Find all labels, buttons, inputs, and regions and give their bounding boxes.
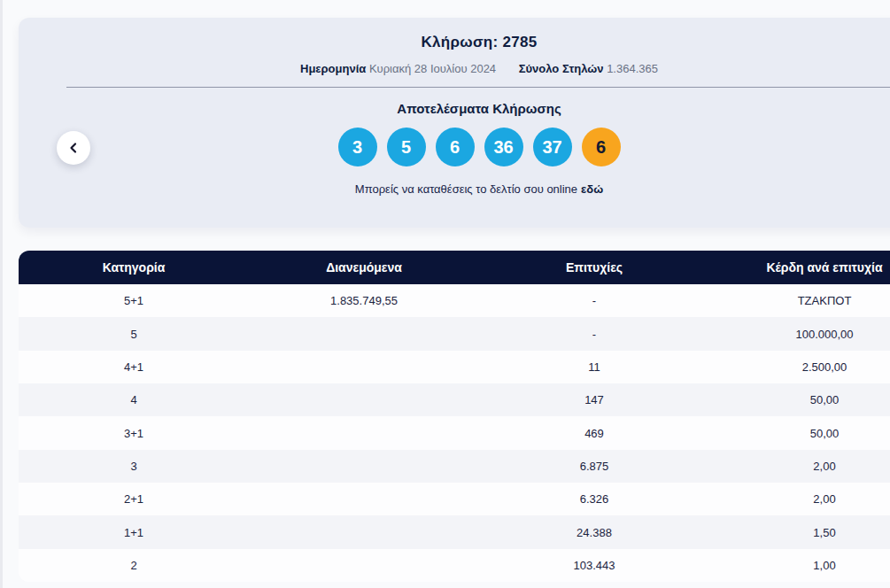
- prev-draw-button[interactable]: [57, 131, 90, 165]
- table-cell: 1.835.749,55: [249, 294, 479, 307]
- winning-number-ball: 5: [387, 128, 426, 166]
- table-cell: 2,00: [709, 492, 890, 506]
- table-cell: 1,00: [709, 559, 890, 572]
- column-header: Κέρδη ανά επιτυχία: [709, 260, 890, 275]
- table-cell: 103.443: [479, 559, 709, 572]
- date-label: Ημερομηνία: [300, 62, 366, 75]
- table-row: 5+11.835.749,55-ΤΖΑΚΠΟΤ: [19, 284, 890, 317]
- table-header-row: ΚατηγορίαΔιανεμόμεναΕπιτυχίεςΚέρδη ανά ε…: [19, 251, 890, 284]
- table-cell: 2,00: [709, 460, 890, 473]
- online-text-body: Μπορείς να καταθέσεις το δελτίο σου onli…: [355, 182, 577, 196]
- draw-meta: Ημερομηνία Κυριακή 28 Ιουλίου 2024 Σύνολ…: [19, 62, 890, 75]
- table-row: 1+124.3881,50: [19, 515, 890, 548]
- results-title: Αποτελέσματα Κλήρωσης: [19, 101, 890, 116]
- online-deposit-text: Μπορείς να καταθέσεις το δελτίο σου onli…: [19, 182, 890, 196]
- table-cell: 50,00: [709, 393, 890, 406]
- online-here-link[interactable]: εδώ: [581, 182, 603, 196]
- table-cell: 4+1: [19, 360, 249, 374]
- table-cell: 50,00: [709, 427, 890, 440]
- table-cell: 100.000,00: [709, 328, 890, 341]
- table-cell: 3: [19, 460, 249, 473]
- winning-numbers-row: 35636376: [19, 128, 890, 166]
- table-row: 2+16.3262,00: [19, 483, 890, 515]
- table-cell: 5: [19, 328, 249, 341]
- table-cell: 6.326: [479, 492, 709, 506]
- column-header: Επιτυχίες: [479, 260, 709, 275]
- table-cell: 5+1: [19, 294, 249, 307]
- table-cell: ΤΖΑΚΠΟΤ: [709, 294, 890, 307]
- table-cell: 6.875: [479, 460, 709, 473]
- table-cell: 11: [479, 360, 709, 374]
- table-row: 3+146950,00: [19, 416, 890, 449]
- table-cell: 1,50: [709, 526, 890, 539]
- winning-number-ball: 3: [338, 128, 377, 166]
- draw-title: Κλήρωση: 2785: [19, 18, 890, 51]
- card-divider: [66, 87, 890, 88]
- table-body: 5+11.835.749,55-ΤΖΑΚΠΟΤ5-100.000,004+111…: [19, 284, 890, 582]
- table-row: 5-100.000,00: [19, 317, 890, 350]
- table-cell: 3+1: [19, 427, 249, 440]
- column-header: Κατηγορία: [19, 260, 249, 275]
- table-cell: 469: [479, 427, 709, 440]
- winning-number-ball: 36: [484, 128, 523, 166]
- total-columns-label: Σύνολο Στηλών: [519, 62, 604, 75]
- joker-number-ball: 6: [582, 128, 621, 166]
- column-header: Διανεμόμενα: [249, 260, 479, 275]
- table-cell: 2: [19, 559, 249, 572]
- table-cell: 147: [479, 393, 709, 406]
- table-cell: 1+1: [19, 526, 249, 539]
- chevron-left-icon: [68, 142, 79, 154]
- table-cell: 2.500,00: [709, 360, 890, 374]
- table-row: 36.8752,00: [19, 450, 890, 483]
- winning-number-ball: 37: [533, 128, 572, 166]
- table-row: 4+1112.500,00: [19, 351, 890, 383]
- date-value: Κυριακή 28 Ιουλίου 2024: [369, 62, 496, 75]
- table-row: 414750,00: [19, 383, 890, 416]
- table-cell: -: [479, 328, 709, 341]
- table-cell: 4: [19, 393, 249, 406]
- winnings-table: ΚατηγορίαΔιανεμόμεναΕπιτυχίεςΚέρδη ανά ε…: [19, 251, 890, 582]
- table-cell: -: [479, 294, 709, 307]
- table-row: 2103.4431,00: [19, 549, 890, 582]
- winning-number-ball: 6: [436, 128, 475, 166]
- table-cell: 24.388: [479, 526, 709, 539]
- table-cell: 2+1: [19, 492, 249, 506]
- total-columns-value: 1.364.365: [607, 62, 658, 75]
- draw-result-card: Κλήρωση: 2785 Ημερομηνία Κυριακή 28 Ιουλ…: [19, 18, 890, 228]
